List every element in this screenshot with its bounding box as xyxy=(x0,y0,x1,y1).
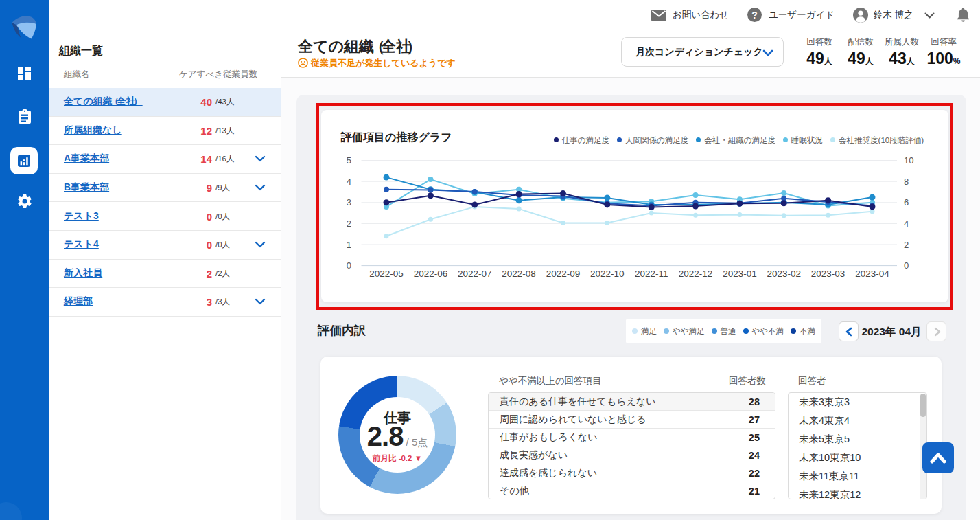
svg-text:6: 6 xyxy=(904,197,909,207)
svg-text:2: 2 xyxy=(904,240,909,250)
svg-text:2023-04: 2023-04 xyxy=(855,269,889,279)
svg-text:2022-12: 2022-12 xyxy=(679,269,713,279)
svg-text:2022-05: 2022-05 xyxy=(369,269,404,279)
svg-text:2022-11: 2022-11 xyxy=(635,269,668,279)
svg-text:2023-03: 2023-03 xyxy=(811,269,845,279)
svg-text:0: 0 xyxy=(904,260,909,271)
svg-text:5: 5 xyxy=(347,155,351,166)
svg-text:2022-06: 2022-06 xyxy=(414,269,448,279)
svg-text:2022-08: 2022-08 xyxy=(502,269,536,279)
svg-text:2023-01: 2023-01 xyxy=(723,269,757,279)
svg-text:10: 10 xyxy=(904,155,913,166)
svg-text:8: 8 xyxy=(904,177,909,187)
svg-text:?: ? xyxy=(751,10,758,21)
svg-text:2: 2 xyxy=(347,218,351,229)
svg-text:2022-09: 2022-09 xyxy=(546,269,581,279)
svg-text:2022-07: 2022-07 xyxy=(458,269,492,279)
svg-text:0: 0 xyxy=(347,260,351,271)
svg-text:3: 3 xyxy=(347,197,351,207)
svg-text:2022-10: 2022-10 xyxy=(590,269,625,279)
svg-text:2023-02: 2023-02 xyxy=(767,269,801,279)
svg-text:1: 1 xyxy=(347,240,351,250)
svg-text:4: 4 xyxy=(347,177,351,187)
svg-text:4: 4 xyxy=(904,218,909,229)
